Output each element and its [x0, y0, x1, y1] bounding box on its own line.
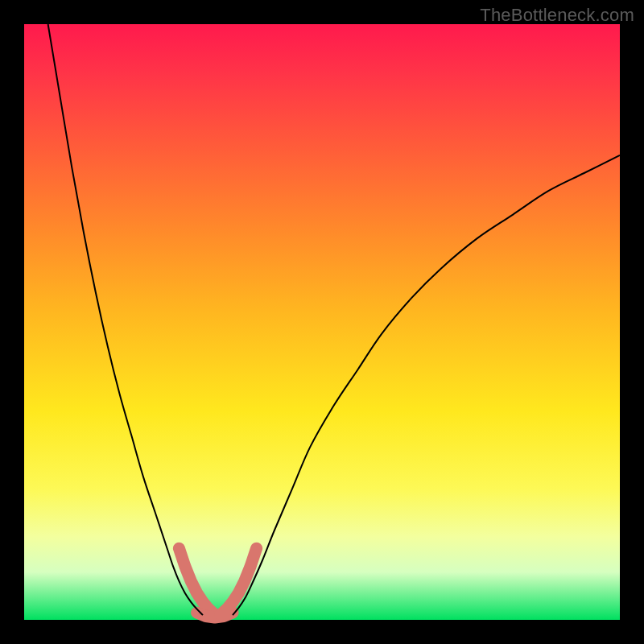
series-valley-band-left [179, 548, 214, 614]
curve-svg [24, 24, 620, 620]
watermark-text: TheBottleneck.com [480, 5, 634, 26]
chart-frame: TheBottleneck.com [0, 0, 644, 644]
series-left-curve [48, 24, 203, 615]
series-right-curve [233, 155, 620, 615]
plot-area [24, 24, 620, 620]
series-valley-band-right [221, 548, 256, 614]
